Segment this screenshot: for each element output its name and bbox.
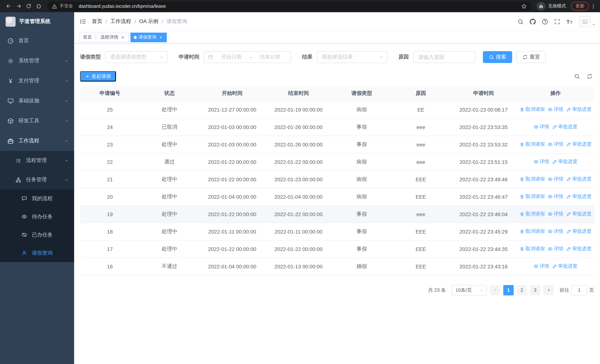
app-logo[interactable]: 芋道管理系统 — [0, 12, 74, 31]
github-link[interactable] — [527, 12, 539, 31]
tab-home[interactable]: 首页 — [80, 32, 95, 42]
result-select[interactable]: 请选择流结果 — [317, 51, 387, 63]
security-label[interactable]: 不安全 — [60, 3, 73, 9]
bookmark-star-icon[interactable] — [521, 3, 527, 9]
action-detail-link[interactable]: 详情 — [548, 228, 563, 235]
cell-status: 通过 — [140, 153, 199, 170]
action-detail-link[interactable]: 详情 — [534, 124, 549, 130]
tree-icon — [16, 177, 21, 183]
cell-status: 处理中 — [140, 170, 199, 188]
sidebar-item-task-mgmt[interactable]: 任务管理 — [0, 170, 74, 189]
help-button[interactable] — [539, 12, 551, 31]
reason-input[interactable] — [414, 52, 475, 63]
date-range-picker[interactable]: 开始日期 - 结束日期 — [204, 51, 291, 63]
action-progress-link[interactable]: 审批进度 — [566, 193, 591, 200]
action-cancel-link[interactable]: 取消请假 — [520, 176, 545, 183]
sidebar-collapse-button[interactable] — [74, 12, 92, 31]
action-detail-link[interactable]: 详情 — [548, 106, 563, 113]
table-refresh-button[interactable] — [587, 73, 593, 79]
address-bar[interactable]: 不安全 dashboard.yudao.iocoder.cn/bpm/oa/le… — [47, 1, 531, 11]
create-leave-button[interactable]: 发起请假 — [80, 71, 116, 82]
browser-update-button[interactable]: 更新 — [571, 2, 589, 10]
sidebar-item-leave-query[interactable]: 请假查询 — [0, 244, 74, 262]
chevron-up-icon — [65, 139, 69, 143]
action-cancel-link[interactable]: 取消请假 — [520, 211, 545, 217]
tab-process-detail[interactable]: 流程详情 × — [97, 32, 129, 42]
action-progress-link[interactable]: 审批进度 — [566, 228, 591, 235]
col-actions: 操作 — [517, 86, 594, 101]
action-progress-link[interactable]: 审批进度 — [566, 176, 591, 183]
sidebar-item-process-mgmt[interactable]: 流程管理 — [0, 151, 74, 170]
cell-type: 病假 — [332, 153, 392, 170]
browser-back-button[interactable] — [4, 1, 14, 11]
cell-id: 19 — [80, 205, 140, 223]
table-search-toggle-button[interactable] — [574, 73, 580, 79]
table-row: 20处理中2022-01-04 00:00:002022-01-04 00:00… — [80, 188, 594, 205]
action-detail-link[interactable]: 详情 — [548, 246, 563, 252]
prev-page-button[interactable] — [490, 285, 500, 295]
cell-id: 16 — [80, 258, 140, 275]
cell-id: 17 — [80, 240, 140, 258]
table-row: 22通过2022-01-22 00:00:002022-01-22 00:00:… — [80, 153, 594, 170]
sidebar-item-dev-tools[interactable]: 研发工具 — [0, 111, 74, 131]
breadcrumb-item[interactable]: 工作流程 — [111, 18, 131, 25]
action-progress-link[interactable]: 审批进度 — [552, 263, 577, 270]
browser-home-button[interactable] — [34, 1, 44, 11]
close-icon[interactable]: × — [120, 35, 125, 40]
goto-page-input[interactable] — [572, 285, 587, 295]
action-progress-link[interactable]: 审批进度 — [566, 246, 591, 252]
fullscreen-button[interactable] — [551, 12, 563, 31]
sidebar-item-system-mgmt[interactable]: 系统管理 — [0, 51, 74, 71]
breadcrumb-item[interactable]: 首页 — [92, 18, 102, 25]
breadcrumb-item[interactable]: OA 示例 — [139, 18, 159, 25]
browser-reload-button[interactable] — [24, 1, 34, 11]
browser-menu-button[interactable] — [590, 3, 596, 9]
action-cancel-link[interactable]: 取消请假 — [520, 141, 545, 148]
cell-reason: eee — [392, 205, 450, 223]
page-button-2[interactable]: 2 — [517, 285, 527, 295]
cell-applied: 2022-01-22 23:43:16 — [450, 258, 517, 275]
next-page-button[interactable] — [543, 285, 554, 295]
tab-leave-query[interactable]: 请假查询 × — [131, 32, 167, 42]
close-icon[interactable]: × — [158, 35, 163, 40]
leave-type-select[interactable]: 请选择请假类型 — [105, 51, 168, 63]
sidebar-item-my-processes[interactable]: 我的流程 — [0, 189, 74, 208]
action-detail-link[interactable]: 详情 — [534, 159, 549, 165]
cell-applied: 2022-01-22 23:46:04 — [450, 205, 517, 223]
action-detail-link[interactable]: 详情 — [548, 141, 563, 148]
action-detail-link[interactable]: 详情 — [548, 193, 563, 200]
action-progress-link[interactable]: 审批进度 — [566, 106, 591, 113]
sidebar-item-todo-tasks[interactable]: 待办任务 — [0, 208, 74, 226]
action-detail-link[interactable]: 详情 — [548, 211, 563, 217]
action-detail-link[interactable]: 详情 — [534, 263, 549, 270]
sidebar-item-done-tasks[interactable]: 已办任务 — [0, 226, 74, 244]
sidebar-item-infrastructure[interactable]: 基础设施 — [0, 91, 74, 111]
github-icon — [530, 18, 536, 25]
page-button-1[interactable]: 1 — [503, 285, 514, 295]
action-detail-link[interactable]: 详情 — [548, 176, 563, 183]
user-menu[interactable] — [579, 16, 596, 27]
action-cancel-link[interactable]: 取消请假 — [520, 193, 545, 200]
page-button-3[interactable]: 3 — [530, 285, 540, 295]
action-cancel-link[interactable]: 取消请假 — [520, 246, 545, 252]
action-progress-link[interactable]: 审批进度 — [566, 141, 591, 148]
browser-forward-button[interactable] — [14, 1, 24, 11]
sidebar-item-workflow[interactable]: 工作流程 — [0, 131, 74, 151]
page-size-select[interactable]: 10条/页 — [452, 285, 487, 295]
action-progress-link[interactable]: 审批进度 — [552, 159, 577, 165]
sidebar-item-home[interactable]: 首页 — [0, 31, 74, 51]
sidebar: 芋道管理系统 首页 系统管理 支付管理 — [0, 12, 74, 364]
font-size-button[interactable]: TT — [563, 12, 576, 31]
url-text[interactable]: dashboard.yudao.iocoder.cn/bpm/oa/leave — [79, 3, 518, 9]
action-cancel-link[interactable]: 取消请假 — [520, 106, 545, 113]
action-progress-link[interactable]: 审批进度 — [566, 211, 591, 217]
hamburger-icon — [80, 18, 86, 25]
sidebar-item-payment-mgmt[interactable]: 支付管理 — [0, 71, 74, 91]
reset-button[interactable]: 重置 — [517, 51, 546, 63]
cell-actions: 详情审批进度 — [517, 153, 594, 170]
action-cancel-link[interactable]: 取消请假 — [520, 228, 545, 235]
search-button[interactable]: 搜索 — [483, 51, 512, 63]
action-progress-link[interactable]: 审批进度 — [552, 124, 577, 130]
header-search-button[interactable] — [514, 12, 527, 31]
arrow-right-icon — [16, 3, 21, 9]
